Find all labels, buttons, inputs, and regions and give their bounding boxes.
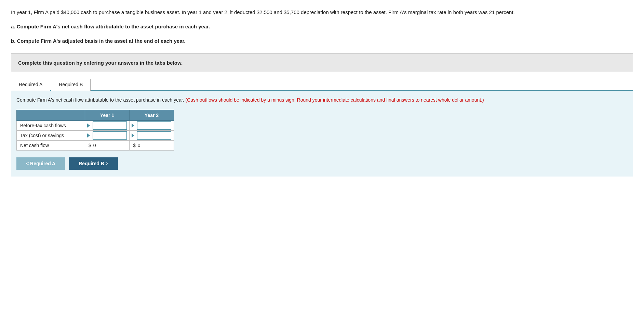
tab-description: Compute Firm A's net cash flow attributa… <box>16 96 628 104</box>
net-cash-year2-value: 0 <box>138 143 151 148</box>
tax-year1-cell <box>85 131 130 141</box>
row-label-before-tax: Before-tax cash flows <box>17 121 85 131</box>
col-header-year1: Year 1 <box>85 110 130 121</box>
net-cash-year1-cell: $ 0 <box>85 141 130 151</box>
triangle-indicator-before-tax-y1 <box>87 124 90 128</box>
tax-year2-cell <box>130 131 174 141</box>
row-label-tax: Tax (cost) or savings <box>17 131 85 141</box>
part-a-label: a. Compute Firm A's net cash flow attrib… <box>11 24 210 29</box>
prev-button[interactable]: < Required A <box>16 157 65 170</box>
tabs-header: Required A Required B <box>11 78 633 91</box>
table-row-tax: Tax (cost) or savings <box>17 131 174 141</box>
before-tax-year1-cell <box>85 121 130 131</box>
tax-year2-input[interactable] <box>137 131 171 140</box>
table-row-before-tax: Before-tax cash flows <box>17 121 174 131</box>
before-tax-year2-cell <box>130 121 174 131</box>
tab-a-content: Compute Firm A's net cash flow attributa… <box>11 91 633 177</box>
question-instruction-text: Complete this question by entering your … <box>18 60 183 66</box>
cash-flow-table: Year 1 Year 2 Before-tax cash flows <box>16 110 174 151</box>
nav-buttons: < Required A Required B > <box>16 157 628 170</box>
row-label-net-cash: Net cash flow <box>17 141 85 151</box>
before-tax-year1-input[interactable] <box>93 121 127 130</box>
triangle-indicator-tax-y2 <box>132 133 134 138</box>
intro-paragraph1: In year 1, Firm A paid $40,000 cash to p… <box>11 8 633 16</box>
part-b-label: b. Compute Firm A's adjusted basis in th… <box>11 38 186 44</box>
dollar-sign-y2: $ <box>133 143 136 148</box>
tax-year1-input[interactable] <box>93 131 127 140</box>
before-tax-year2-input[interactable] <box>137 121 171 130</box>
dollar-sign-y1: $ <box>89 143 91 148</box>
intro-section: In year 1, Firm A paid $40,000 cash to p… <box>11 8 633 45</box>
next-button[interactable]: Required B > <box>69 157 118 170</box>
intro-paragraph2b: b. Compute Firm A's adjusted basis in th… <box>11 37 633 45</box>
table-row-net-cash: Net cash flow $ 0 $ 0 <box>17 141 174 151</box>
col-header-empty <box>17 110 85 121</box>
intro-paragraph2a: a. Compute Firm A's net cash flow attrib… <box>11 23 633 31</box>
tabs-section: Required A Required B Compute Firm A's n… <box>11 78 633 177</box>
description-black: Compute Firm A's net cash flow attributa… <box>16 97 184 103</box>
question-instruction-box: Complete this question by entering your … <box>11 53 633 72</box>
triangle-indicator-before-tax-y2 <box>132 124 134 128</box>
tab-required-a[interactable]: Required A <box>11 79 50 91</box>
description-red: (Cash outflows should be indicated by a … <box>186 97 484 103</box>
triangle-indicator-tax-y1 <box>87 133 90 138</box>
net-cash-year1-value: 0 <box>93 143 107 148</box>
col-header-year2: Year 2 <box>130 110 174 121</box>
net-cash-year2-cell: $ 0 <box>130 141 174 151</box>
tab-required-b[interactable]: Required B <box>51 79 91 91</box>
